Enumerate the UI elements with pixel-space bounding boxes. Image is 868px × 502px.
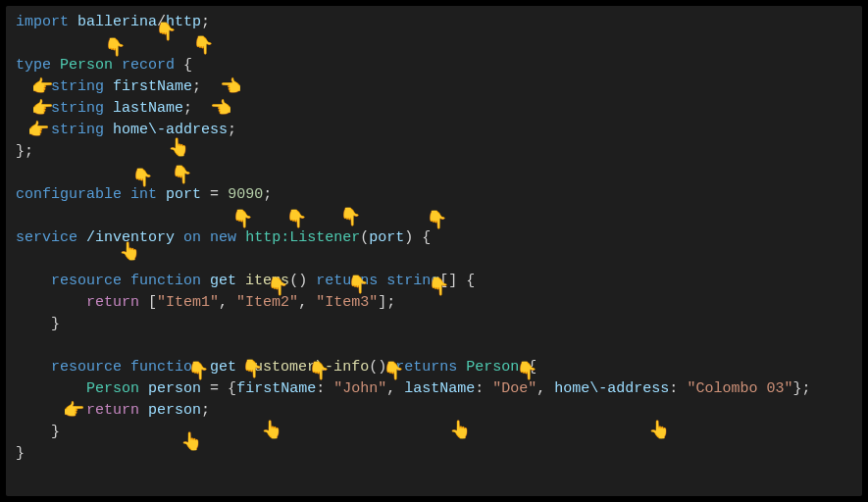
key-lastname: lastName — [404, 380, 475, 397]
code-line-blank — [16, 335, 852, 357]
code-line-18: Person person = {firstName: "John", last… — [16, 378, 852, 400]
code-line-9: configurable int port = 9090; — [16, 184, 852, 206]
keyword-resource: resource — [51, 273, 122, 289]
code-line-blank — [16, 33, 852, 55]
keyword-service: service — [16, 229, 77, 246]
code-editor[interactable]: import ballerina/http; type Person recor… — [6, 6, 862, 496]
code-line-blank — [16, 206, 852, 227]
keyword-return: return — [86, 402, 139, 419]
listener-type: http:Listener — [245, 229, 360, 246]
keyword-configurable: configurable — [16, 186, 122, 203]
code-line-11: service /inventory on new http:Listener(… — [16, 227, 852, 249]
rtype-string: string — [386, 273, 439, 289]
type-person: Person — [86, 380, 139, 397]
rtype-person: Person — [466, 359, 519, 376]
keyword-resource: resource — [51, 359, 122, 376]
val-colombo: "Colombo 03" — [687, 380, 792, 397]
code-line-4: string firstName; — [16, 76, 852, 98]
field-homeaddress: home\-address — [113, 122, 228, 138]
keyword-function: function — [130, 359, 201, 376]
field-lastname: lastName — [113, 100, 183, 117]
type-string: string — [51, 100, 104, 117]
type-name: Person — [60, 57, 113, 74]
code-line-15: } — [16, 314, 852, 335]
keyword-new: new — [210, 229, 236, 246]
service-path: /inventory — [86, 229, 175, 246]
val-john: "John" — [333, 380, 386, 397]
keyword-function: function — [130, 273, 201, 289]
var-person: person — [148, 380, 201, 397]
code-line-17: resource function get customer\-info() r… — [16, 357, 852, 378]
code-line-21: } — [16, 443, 852, 465]
val-doe: "Doe" — [492, 380, 536, 397]
keyword-return: return — [86, 294, 139, 311]
module-name: ballerina — [77, 14, 157, 30]
method-get: get — [210, 359, 236, 376]
code-line-19: return person; — [16, 400, 852, 422]
type-int: int — [130, 186, 157, 203]
var-person: person — [148, 402, 201, 419]
code-line-14: return ["Item1", "Item2", "Item3"]; — [16, 292, 852, 314]
code-line-20: } — [16, 422, 852, 443]
keyword-record: record — [122, 57, 175, 74]
arg-port: port — [369, 229, 404, 246]
code-line-7: }; — [16, 141, 852, 163]
field-firstname: firstName — [113, 78, 192, 95]
code-line-5: string lastName; — [16, 98, 852, 120]
literal-9090: 9090 — [228, 186, 263, 203]
code-line-blank — [16, 249, 852, 271]
code-line-6: string home\-address; — [16, 120, 852, 141]
func-customerinfo: customer\-info — [245, 359, 369, 376]
str-item1: "Item1" — [157, 294, 219, 311]
submodule: http — [166, 14, 201, 30]
keyword-returns: returns — [395, 359, 457, 376]
code-line-blank — [16, 163, 852, 184]
str-item2: "Item2" — [236, 294, 298, 311]
keyword-type: type — [16, 57, 51, 74]
key-firstname: firstName — [236, 380, 316, 397]
method-get: get — [210, 273, 236, 289]
code-line-3: type Person record { — [16, 55, 852, 76]
str-item3: "Item3" — [316, 294, 378, 311]
type-string: string — [51, 78, 104, 95]
keyword-returns: returns — [316, 273, 378, 289]
keyword-on: on — [183, 229, 201, 246]
key-homeaddress: home\-address — [554, 380, 669, 397]
code-line-1: import ballerina/http; — [16, 12, 852, 33]
var-port: port — [166, 186, 201, 203]
keyword-import: import — [16, 14, 69, 30]
type-string: string — [51, 122, 104, 138]
code-line-13: resource function get items() returns st… — [16, 271, 852, 292]
func-items: items — [245, 273, 289, 289]
